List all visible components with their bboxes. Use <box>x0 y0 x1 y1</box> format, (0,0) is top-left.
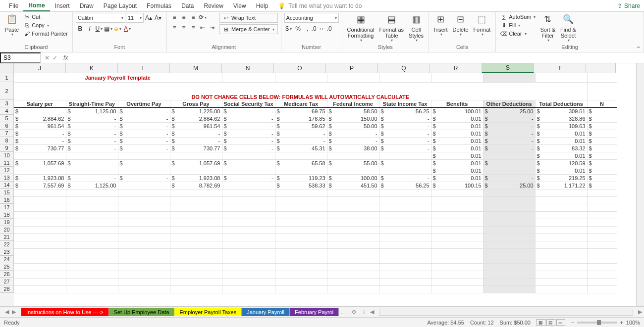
row-header-20[interactable]: 20 <box>0 226 14 234</box>
font-color-button[interactable]: A▾ <box>123 24 132 33</box>
sort-filter-button[interactable]: ⇅Sort & Filter▾ <box>538 13 557 44</box>
cancel-formula-icon[interactable]: ✕ <box>45 54 50 61</box>
tab-nav-left-icon[interactable]: ◀ <box>5 309 9 315</box>
cell-styles-button[interactable]: ▥Cell Styles▾ <box>407 13 426 44</box>
bold-button[interactable]: B <box>76 24 85 33</box>
tab-page-layout[interactable]: Page Layout <box>99 1 142 11</box>
number-format-select[interactable]: Accounting▾ <box>284 13 339 23</box>
row-header-27[interactable]: 27 <box>0 278 14 285</box>
decrease-decimal-icon[interactable]: ←.0 <box>322 24 331 33</box>
row-header-15[interactable]: 15 <box>0 189 14 196</box>
tab-draw[interactable]: Draw <box>75 1 99 11</box>
add-sheet-button[interactable]: ⊕ <box>348 309 360 315</box>
find-select-button[interactable]: 🔍Find & Select▾ <box>558 13 578 44</box>
row-header-10[interactable]: 10 <box>0 152 14 159</box>
row-header-11[interactable]: 11 <box>0 159 14 167</box>
tab-insert[interactable]: Insert <box>50 1 75 11</box>
row-header-26[interactable]: 26 <box>0 271 14 278</box>
align-top-icon[interactable]: ≡ <box>170 13 179 22</box>
tab-scroll-right-icon[interactable]: ▶ <box>636 309 644 315</box>
row-header-19[interactable]: 19 <box>0 219 14 226</box>
tab-home[interactable]: Home <box>23 0 50 11</box>
paste-button[interactable]: 📋 Paste ▾ <box>3 13 21 38</box>
row-header-8[interactable]: 8 <box>0 137 14 144</box>
zoom-in-icon[interactable]: + <box>620 320 623 326</box>
row-header-4[interactable]: 4 <box>0 107 14 115</box>
row-header-12[interactable]: 12 <box>0 167 14 174</box>
tab-file[interactable]: File <box>4 1 23 11</box>
align-middle-icon[interactable]: ≡ <box>179 13 188 22</box>
format-cells-button[interactable]: ⬚Format▾ <box>471 13 492 38</box>
increase-font-icon[interactable]: A▴ <box>144 13 153 22</box>
fill-button[interactable]: ⬇Fill▾ <box>499 21 537 29</box>
row-header-16[interactable]: 16 <box>0 196 14 204</box>
row-header-6[interactable]: 6 <box>0 122 14 130</box>
row-header-24[interactable]: 24 <box>0 256 14 263</box>
sheet-tab[interactable]: January Payroll <box>241 308 290 316</box>
row-header-7[interactable]: 7 <box>0 130 14 137</box>
italic-button[interactable]: I <box>85 24 94 33</box>
align-left-icon[interactable]: ≡ <box>170 23 179 32</box>
increase-decimal-icon[interactable]: .0→ <box>313 24 322 33</box>
col-header-M[interactable]: M <box>170 63 222 73</box>
row-header-14[interactable]: 14 <box>0 182 14 189</box>
row-header-17[interactable]: 17 <box>0 204 14 211</box>
col-header-L[interactable]: L <box>118 63 170 73</box>
zoom-slider[interactable] <box>577 322 617 324</box>
row-header-23[interactable]: 23 <box>0 248 14 256</box>
accounting-format-icon[interactable]: $▾ <box>284 24 293 33</box>
row-header-5[interactable]: 5 <box>0 115 14 122</box>
row-header-2[interactable]: 2 <box>0 82 14 100</box>
delete-cells-button[interactable]: ⊟Delete▾ <box>451 13 471 38</box>
row-header-21[interactable]: 21 <box>0 234 14 241</box>
row-header-22[interactable]: 22 <box>0 241 14 248</box>
merge-center-button[interactable]: ⊞Merge & Center▾ <box>219 24 278 34</box>
row-header-3[interactable]: 3 <box>0 100 14 107</box>
orientation-icon[interactable]: ⟳▾ <box>198 13 207 22</box>
share-button[interactable]: ⇪Share <box>617 2 640 9</box>
col-header-N[interactable]: N <box>222 63 274 73</box>
zoom-out-icon[interactable]: − <box>571 320 574 326</box>
row-header-25[interactable]: 25 <box>0 263 14 271</box>
fill-color-button[interactable]: ⬙▾ <box>113 24 122 33</box>
enter-formula-icon[interactable]: ✓ <box>53 54 57 61</box>
align-bottom-icon[interactable]: ≡ <box>189 13 198 22</box>
indent-increase-icon[interactable]: ⇥ <box>208 23 216 32</box>
font-size-select[interactable]: 11▾ <box>126 13 144 23</box>
tab-review[interactable]: Review <box>199 1 228 11</box>
align-center-icon[interactable]: ≡ <box>179 23 188 32</box>
normal-view-icon[interactable]: ▦ <box>537 319 545 326</box>
comma-format-icon[interactable]: , <box>303 24 312 33</box>
underline-button[interactable]: U▾ <box>95 24 104 33</box>
col-header-Q[interactable]: Q <box>378 63 430 73</box>
col-header-T[interactable]: T <box>534 63 586 73</box>
insert-cells-button[interactable]: ⊞Insert▾ <box>432 13 450 38</box>
tell-me[interactable]: 💡Tell me what you want to do <box>278 2 362 9</box>
tab-formulas[interactable]: Formulas <box>142 1 176 11</box>
row-header-13[interactable]: 13 <box>0 174 14 182</box>
sheet-tab[interactable]: Employer Payroll Taxes <box>174 308 242 316</box>
decrease-font-icon[interactable]: A▾ <box>154 13 162 22</box>
font-name-select[interactable]: Calibri▾ <box>76 13 125 23</box>
formula-input[interactable] <box>70 53 644 62</box>
border-button[interactable]: ▦▾ <box>104 24 113 33</box>
align-right-icon[interactable]: ≡ <box>189 23 198 32</box>
collapse-ribbon-icon[interactable]: ⌃ <box>636 45 642 53</box>
row-header-28[interactable]: 28 <box>0 285 14 293</box>
tab-scroll-left-icon[interactable]: ◀ <box>368 309 376 315</box>
wrap-text-button[interactable]: ↩Wrap Text <box>219 13 278 23</box>
more-tabs-icon[interactable]: … <box>338 309 348 315</box>
autosum-button[interactable]: ∑AutoSum▾ <box>499 13 537 21</box>
tab-help[interactable]: Help <box>251 1 273 11</box>
col-header-J[interactable]: J <box>14 63 66 73</box>
col-header-O[interactable]: O <box>274 63 326 73</box>
fx-icon[interactable]: fx <box>61 54 70 61</box>
row-header-18[interactable]: 18 <box>0 211 14 219</box>
cells-table[interactable]: January Payroll TemplateDO NOT CHANGE CE… <box>14 73 617 293</box>
sheet-tab[interactable]: Instructions on How to Use ----> <box>21 308 109 316</box>
format-as-table-button[interactable]: ▤Format as Table▾ <box>377 13 406 44</box>
row-header-1[interactable]: 1 <box>0 73 14 82</box>
tab-view[interactable]: View <box>228 1 251 11</box>
cut-button[interactable]: ✂Cut <box>22 13 69 21</box>
name-box[interactable] <box>0 52 41 63</box>
